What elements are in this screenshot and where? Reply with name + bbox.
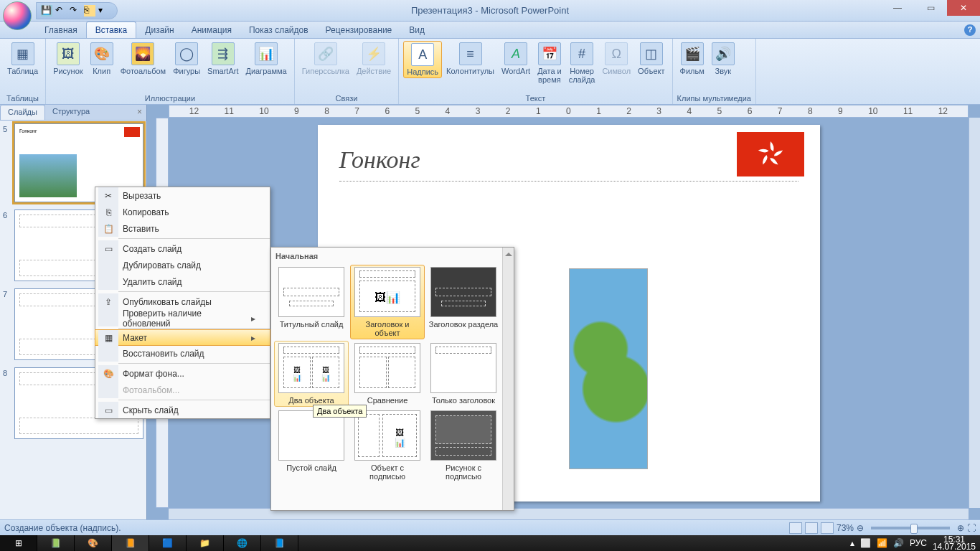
layout-two-content[interactable]: 🖼📊🖼📊Два объекта [274, 341, 349, 407]
zoom-in-icon[interactable]: ⊕ [957, 523, 964, 533]
flag-image[interactable] [737, 132, 804, 176]
thumb-map-icon [19, 154, 77, 197]
view-normal-button[interactable] [789, 522, 802, 534]
taskbar-chrome[interactable]: 🌐 [224, 535, 261, 551]
layout-title-slide[interactable]: Титульный слайд [274, 265, 349, 339]
tab-view[interactable]: Вид [400, 22, 433, 38]
panel-close-icon[interactable]: × [133, 105, 146, 120]
view-sorter-button[interactable] [805, 522, 818, 534]
ctx-layout[interactable]: ▦Макет▸ [95, 329, 270, 346]
ctx-paste-label: Вставить [123, 224, 159, 234]
ctx-format-bg[interactable]: 🎨Формат фона... [95, 365, 270, 382]
close-button[interactable]: ✕ [947, 0, 980, 16]
zoom-out-icon[interactable]: ⊖ [857, 523, 864, 533]
layout-title-only[interactable]: Только заголовок [426, 341, 501, 407]
taskbar-paint[interactable]: 🎨 [75, 535, 112, 551]
ctx-check-update[interactable]: Проверить наличие обновлений▸ [95, 310, 270, 326]
sound-label: Звук [715, 67, 732, 75]
ctx-paste[interactable]: 📋Вставить [95, 220, 270, 237]
undo-icon[interactable]: ↶ [55, 5, 67, 17]
shapes-button[interactable]: ◯Фигуры [170, 41, 203, 77]
view-show-button[interactable] [821, 522, 834, 534]
start-button[interactable]: ⊞ [0, 535, 37, 551]
headerfooter-button[interactable]: ≡Колонтитулы [443, 41, 497, 77]
tab-review[interactable]: Рецензирование [317, 22, 401, 38]
ctx-copy[interactable]: ⎘Копировать [95, 204, 270, 220]
tray-action-icon[interactable]: ⬜ [860, 538, 871, 548]
tab-design[interactable]: Дизайн [136, 22, 182, 38]
taskbar-app1[interactable]: 🟦 [149, 535, 187, 551]
help-icon[interactable]: ? [964, 24, 976, 36]
tab-insert[interactable]: Вставка [86, 22, 137, 38]
object-icon: ◫ [640, 42, 663, 65]
vertical-scrollbar[interactable] [969, 118, 980, 508]
object-button[interactable]: ◫Объект [635, 41, 667, 77]
taskbar: ⊞ 📗 🎨 📙 🟦 📁 🌐 📘 ▴ ⬜ 📶 🔊 РУС 15:31 14.07.… [0, 535, 980, 551]
sound-icon: 🔊 [712, 42, 735, 65]
separator [118, 363, 270, 364]
layout-gallery: Начальная Титульный слайд 🖼📊Заголовок и … [270, 247, 514, 511]
separator [118, 238, 270, 239]
album-button[interactable]: 🌄Фотоальбом [118, 41, 169, 77]
layout-comparison[interactable]: Сравнение [350, 341, 425, 407]
ctx-delete[interactable]: Удалить слайд [95, 273, 270, 290]
panel-tab-outline[interactable]: Структура [45, 105, 97, 120]
qat-icon[interactable]: ⎘ [84, 5, 95, 17]
taskbar-explorer[interactable]: 📁 [187, 535, 224, 551]
wordart-button[interactable]: AWordArt [499, 41, 533, 77]
picture-button[interactable]: 🖼Рисунок [50, 41, 86, 77]
slidenum-button[interactable]: #Номер слайда [566, 41, 598, 85]
maximize-button[interactable]: ▭ [914, 0, 947, 16]
ctx-photoalbum: Фотоальбом... [95, 382, 270, 398]
ctx-reset[interactable]: Восстановить слайд [95, 345, 270, 362]
blank-icon [98, 345, 118, 362]
taskbar-powerpoint[interactable]: 📙 [112, 535, 149, 551]
statusbar: Создание объекта (надпись). 73% ⊖ ⊕ ⛶ [0, 519, 980, 535]
layout-content-caption[interactable]: 🖼📊Объект с подписью [350, 408, 425, 483]
tab-home[interactable]: Главная [36, 22, 86, 38]
ctx-duplicate[interactable]: Дублировать слайд [95, 257, 270, 273]
tray-clock[interactable]: 15:31 14.07.2015 [933, 536, 976, 550]
office-button[interactable] [3, 1, 32, 30]
redo-icon[interactable]: ↷ [70, 5, 81, 17]
tab-animation[interactable]: Анимация [183, 22, 240, 38]
layout-blank[interactable]: Пустой слайд [274, 408, 349, 483]
thumb-number: 7 [3, 288, 11, 360]
ctx-new-slide[interactable]: ▭Создать слайд [95, 240, 270, 257]
slide-title[interactable]: Гонконг [339, 146, 420, 174]
save-icon[interactable]: 💾 [41, 5, 52, 17]
fit-button[interactable]: ⛶ [967, 523, 976, 533]
object-label: Объект [638, 67, 664, 75]
ctx-cut[interactable]: ✂Вырезать [95, 187, 270, 204]
action-label: Действие [357, 67, 391, 75]
layout-title-content[interactable]: 🖼📊Заголовок и объект [350, 265, 425, 339]
clip-button[interactable]: 🎨Клип [88, 41, 116, 77]
tray-date: 14.07.2015 [933, 543, 976, 550]
textbox-button[interactable]: AНадпись [403, 41, 442, 78]
taskbar-excel[interactable]: 📗 [37, 535, 75, 551]
tray-lang[interactable]: РУС [910, 538, 927, 548]
tray-up-icon[interactable]: ▴ [850, 538, 854, 548]
ctx-reset-label: Восстановить слайд [123, 349, 204, 359]
taskbar-word[interactable]: 📘 [261, 535, 298, 551]
symbol-icon: Ω [605, 42, 628, 65]
table-button[interactable]: ▦Таблица [4, 41, 41, 77]
layout-label: Титульный слайд [276, 320, 347, 329]
gallery-scrollbar[interactable] [502, 248, 514, 510]
movie-button[interactable]: 🎬Фильм [677, 41, 707, 77]
sound-button[interactable]: 🔊Звук [709, 41, 738, 77]
datetime-button[interactable]: 📅Дата и время [534, 41, 565, 85]
tray-sound-icon[interactable]: 🔊 [893, 538, 904, 548]
tray-network-icon[interactable]: 📶 [877, 538, 887, 548]
minimize-button[interactable]: — [881, 0, 914, 16]
ctx-hide[interactable]: ▭Скрыть слайд [95, 402, 270, 418]
smartart-button[interactable]: ⇶SmartArt [204, 41, 241, 77]
map-image[interactable] [569, 268, 648, 469]
zoom-slider[interactable] [871, 527, 950, 529]
chart-button[interactable]: 📊Диаграмма [243, 41, 290, 77]
qat-dropdown-icon[interactable]: ▾ [98, 5, 110, 17]
layout-section-header[interactable]: Заголовок раздела [426, 265, 501, 339]
panel-tab-slides[interactable]: Слайды [0, 105, 45, 120]
tab-slideshow[interactable]: Показ слайдов [240, 22, 317, 38]
layout-picture-caption[interactable]: Рисунок с подписью [426, 408, 501, 483]
